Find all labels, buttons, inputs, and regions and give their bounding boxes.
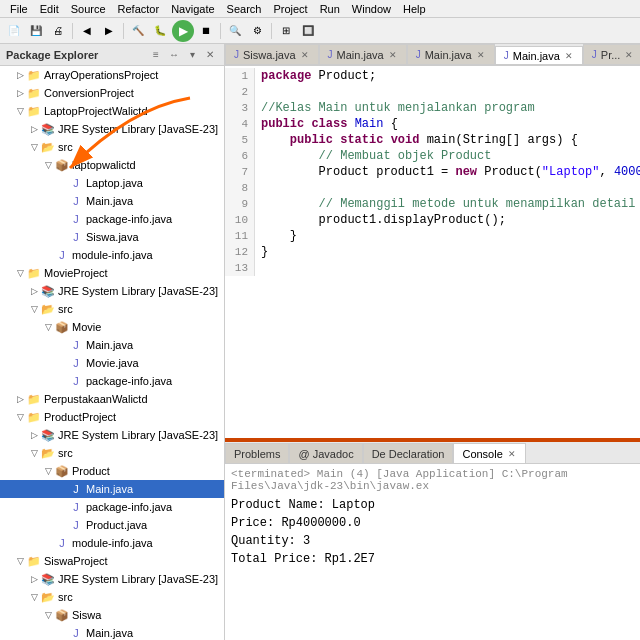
tree-node-productproject[interactable]: ▽ 📁 ProductProject — [0, 408, 224, 426]
tree-node-src3[interactable]: ▽ 📂 src — [0, 444, 224, 462]
tree-node-src2[interactable]: ▽ 📂 src — [0, 300, 224, 318]
tree-node-src1[interactable]: ▽ 📂 src — [0, 138, 224, 156]
tree-node-pkginfo-product[interactable]: J package-info.java — [0, 498, 224, 516]
tree-node-laptopwalictd-pkg[interactable]: ▽ 📦 laptopwalictd — [0, 156, 224, 174]
tab-problems[interactable]: Problems — [225, 443, 289, 463]
save-button[interactable]: 💾 — [26, 21, 46, 41]
tree-node-product-java[interactable]: J Product.java — [0, 516, 224, 534]
menu-edit[interactable]: Edit — [34, 3, 65, 15]
menu-source[interactable]: Source — [65, 3, 112, 15]
expand-conversion-icon[interactable]: ▷ — [14, 87, 26, 99]
expand-jre4-icon[interactable]: ▷ — [28, 573, 40, 585]
tab-siswa[interactable]: J Siswa.java ✕ — [225, 44, 319, 64]
tree-node-src4[interactable]: ▽ 📂 src — [0, 588, 224, 606]
menu-search[interactable]: Search — [221, 3, 268, 15]
stop-button[interactable]: ⏹ — [196, 21, 216, 41]
print-button[interactable]: 🖨 — [48, 21, 68, 41]
build-button[interactable]: 🔨 — [128, 21, 148, 41]
tree-node-laptopwallet[interactable]: ▽ 📁 LaptopProjectWalictd — [0, 102, 224, 120]
code-line-10: 10 product1.displayProduct(); — [225, 212, 640, 228]
expand-perpust-icon[interactable]: ▷ — [14, 393, 26, 405]
tree-node-movie-java[interactable]: J Movie.java — [0, 354, 224, 372]
tree-node-main-siswa[interactable]: J Main.java — [0, 624, 224, 640]
tree-node-main1[interactable]: J Main.java — [0, 192, 224, 210]
expand-productpkg-icon[interactable]: ▽ — [42, 465, 54, 477]
search-button[interactable]: 🔍 — [225, 21, 245, 41]
view-menu-button[interactable]: ▾ — [184, 47, 200, 63]
close-panel-button[interactable]: ✕ — [202, 47, 218, 63]
expand-src4-icon[interactable]: ▽ — [28, 591, 40, 603]
tree-container[interactable]: ▷ 📁 ArrayOperationsProject ▷ 📁 Conversio… — [0, 66, 224, 640]
tree-node-pkginfo-movie[interactable]: J package-info.java — [0, 372, 224, 390]
expand-arrayops-icon[interactable]: ▷ — [14, 69, 26, 81]
tree-node-moduleinfo1[interactable]: J module-info.java — [0, 246, 224, 264]
menu-run[interactable]: Run — [314, 3, 346, 15]
tree-node-jre3[interactable]: ▷ 📚 JRE System Library [JavaSE-23] — [0, 426, 224, 444]
tree-node-conversion[interactable]: ▷ 📁 ConversionProject — [0, 84, 224, 102]
close-tab-siswa[interactable]: ✕ — [300, 50, 310, 60]
tab-javadoc[interactable]: @ Javadoc — [289, 443, 362, 463]
expand-laptopwallet-icon[interactable]: ▽ — [14, 105, 26, 117]
tree-node-siswa-pkg[interactable]: ▽ 📦 Siswa — [0, 606, 224, 624]
tab-console[interactable]: Console ✕ — [453, 443, 525, 463]
new-button[interactable]: 📄 — [4, 21, 24, 41]
tree-node-jre2[interactable]: ▷ 📚 JRE System Library [JavaSE-23] — [0, 282, 224, 300]
tree-node-siswa[interactable]: J Siswa.java — [0, 228, 224, 246]
tab-declaration[interactable]: De Declaration — [363, 443, 454, 463]
menu-project[interactable]: Project — [267, 3, 313, 15]
expand-jre2-icon[interactable]: ▷ — [28, 285, 40, 297]
expand-lpkg-icon[interactable]: ▽ — [42, 159, 54, 171]
expand-jre3-icon[interactable]: ▷ — [28, 429, 40, 441]
expand-src3-icon[interactable]: ▽ — [28, 447, 40, 459]
link-editor-button[interactable]: ↔ — [166, 47, 182, 63]
run-button[interactable]: ▶ — [172, 20, 194, 42]
tree-node-jre4[interactable]: ▷ 📚 JRE System Library [JavaSE-23] — [0, 570, 224, 588]
tab-main2[interactable]: J Main.java ✕ — [407, 44, 495, 64]
menu-refactor[interactable]: Refactor — [112, 3, 166, 15]
forward-button[interactable]: ▶ — [99, 21, 119, 41]
tab-pr[interactable]: J Pr... ✕ — [583, 44, 640, 64]
expand-jre1-icon[interactable]: ▷ — [28, 123, 40, 135]
tree-label-laptopwallet: LaptopProjectWalictd — [44, 105, 148, 117]
tree-node-perpust[interactable]: ▷ 📁 PerpustakaanWalictd — [0, 390, 224, 408]
tree-node-main-movie[interactable]: J Main.java — [0, 336, 224, 354]
tab-main1[interactable]: J Main.java ✕ — [319, 44, 407, 64]
expand-ph13 — [56, 627, 68, 639]
tree-node-jre1[interactable]: ▷ 📚 JRE System Library [JavaSE-23] — [0, 120, 224, 138]
expand-siswaproject-icon[interactable]: ▽ — [14, 555, 26, 567]
back-button[interactable]: ◀ — [77, 21, 97, 41]
menu-help[interactable]: Help — [397, 3, 432, 15]
debug-button[interactable]: 🐛 — [150, 21, 170, 41]
tree-node-siswaproject[interactable]: ▽ 📁 SiswaProject — [0, 552, 224, 570]
expand-sispkg-icon[interactable]: ▽ — [42, 609, 54, 621]
expand-mpkg-icon[interactable]: ▽ — [42, 321, 54, 333]
menu-file[interactable]: File — [4, 3, 34, 15]
expand-src1-icon[interactable]: ▽ — [28, 141, 40, 153]
tree-node-laptop-java[interactable]: J Laptop.java — [0, 174, 224, 192]
collapse-all-button[interactable]: ≡ — [148, 47, 164, 63]
open-perspective[interactable]: 🔲 — [298, 21, 318, 41]
tree-node-movieproject[interactable]: ▽ 📁 MovieProject — [0, 264, 224, 282]
code-editor[interactable]: 1 package Product; 2 3 //Kelas Main untu… — [225, 66, 640, 440]
close-console-tab[interactable]: ✕ — [507, 449, 517, 459]
tree-node-pkginfo1[interactable]: J package-info.java — [0, 210, 224, 228]
tab-main3[interactable]: J Main.java ✕ — [495, 46, 583, 66]
close-tab-pr[interactable]: ✕ — [624, 50, 634, 60]
expand-src2-icon[interactable]: ▽ — [28, 303, 40, 315]
package-explorer-panel: Package Explorer ≡ ↔ ▾ ✕ ▷ 📁 ArrayOperat… — [0, 44, 225, 640]
menu-window[interactable]: Window — [346, 3, 397, 15]
close-tab-main3[interactable]: ✕ — [564, 51, 574, 61]
close-tab-main2[interactable]: ✕ — [476, 50, 486, 60]
expand-movieproject-icon[interactable]: ▽ — [14, 267, 26, 279]
settings-button[interactable]: ⚙ — [247, 21, 267, 41]
menu-navigate[interactable]: Navigate — [165, 3, 220, 15]
tree-node-moduleinfo-product[interactable]: J module-info.java — [0, 534, 224, 552]
tree-node-main-product[interactable]: J Main.java — [0, 480, 224, 498]
tree-node-arrayops[interactable]: ▷ 📁 ArrayOperationsProject — [0, 66, 224, 84]
close-tab-main1[interactable]: ✕ — [388, 50, 398, 60]
tree-node-product-pkg[interactable]: ▽ 📦 Product — [0, 462, 224, 480]
src-folder-icon: 📂 — [40, 589, 56, 605]
tree-node-movie-pkg[interactable]: ▽ 📦 Movie — [0, 318, 224, 336]
perspective-button[interactable]: ⊞ — [276, 21, 296, 41]
expand-productproject-icon[interactable]: ▽ — [14, 411, 26, 423]
